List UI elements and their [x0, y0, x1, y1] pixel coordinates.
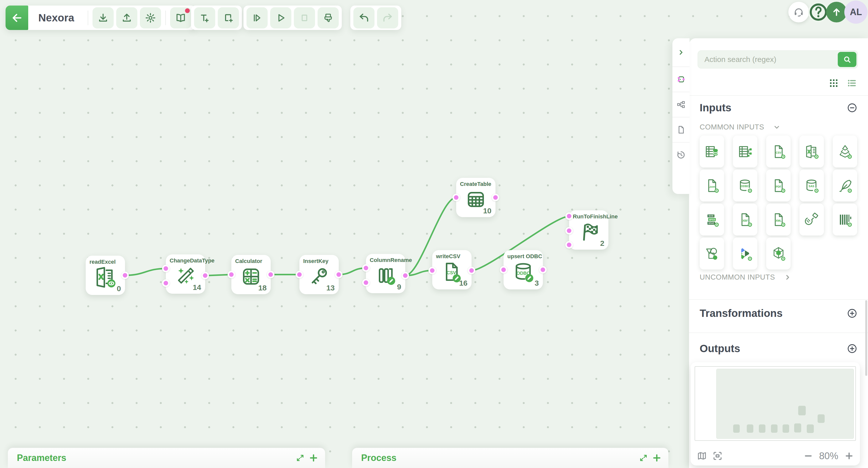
node-ColumnRename[interactable]: ColumnRename9 — [366, 254, 405, 293]
fit-to-screen-button[interactable] — [712, 450, 723, 461]
excel-file-icon — [804, 143, 820, 160]
download-button[interactable] — [93, 7, 114, 29]
minimap-node — [747, 425, 753, 433]
node-writeCSV[interactable]: writeCSVCSV16 — [432, 250, 471, 290]
add-frame-button[interactable] — [218, 7, 239, 29]
tab-structure[interactable] — [673, 92, 689, 117]
support-button[interactable] — [788, 2, 809, 23]
add-frame-icon — [223, 12, 234, 24]
input-table-database[interactable] — [700, 135, 724, 167]
zoom-out-button[interactable] — [804, 451, 813, 461]
minimap-node — [817, 414, 825, 423]
output-port[interactable] — [468, 267, 475, 274]
input-excel-file[interactable] — [800, 135, 824, 167]
input-port[interactable] — [565, 212, 573, 220]
add-process-button[interactable] — [652, 453, 662, 463]
barcode-input-icon — [837, 211, 854, 228]
expand-transformations-button[interactable] — [847, 308, 858, 319]
input-port[interactable] — [565, 227, 573, 234]
node-Calculator[interactable]: Calculator18 — [231, 255, 271, 294]
sidebar-collapse-button[interactable] — [673, 38, 689, 67]
input-media-play-input[interactable] — [733, 237, 757, 269]
settings-button[interactable] — [140, 7, 161, 29]
tab-documents[interactable] — [673, 117, 689, 142]
uncommon-inputs-label: UNCOMMON INPUTS — [700, 273, 775, 281]
node-RunToFinishLine[interactable]: RunToFinishLine2 — [569, 210, 609, 249]
node-readExcel[interactable]: readExcel0 — [86, 256, 125, 295]
collapse-inputs-button[interactable] — [847, 102, 858, 113]
output-port[interactable] — [402, 272, 409, 279]
transformations-section-title: Transformations — [700, 307, 782, 320]
help-button[interactable] — [808, 2, 829, 23]
node-InsertKey[interactable]: InsertKey13 — [300, 255, 339, 294]
upload-button[interactable] — [116, 7, 137, 29]
input-odbc-database[interactable]: ODBC — [733, 169, 757, 201]
run-button[interactable] — [270, 7, 291, 29]
publish-button[interactable] — [826, 2, 847, 23]
input-port[interactable] — [362, 264, 370, 272]
back-button[interactable] — [5, 5, 28, 30]
input-feather-input[interactable] — [833, 169, 857, 201]
input-layers-input[interactable] — [833, 135, 857, 167]
input-json-file[interactable]: .json — [700, 169, 724, 201]
sidebar-scrollbar[interactable] — [865, 300, 867, 376]
input-barcode-input[interactable] — [833, 203, 857, 235]
uncommon-inputs-header[interactable]: UNCOMMON INPUTS — [700, 273, 792, 281]
avatar[interactable]: AL — [844, 0, 868, 24]
step-run-button[interactable] — [247, 7, 268, 29]
input-xml-file[interactable]: XML — [766, 203, 790, 235]
output-port[interactable] — [492, 194, 499, 201]
input-stats-formats[interactable]: SASSPSSSTAT — [700, 203, 724, 235]
node-CreateTable[interactable]: CreateTable10 — [456, 178, 496, 217]
tab-actions[interactable] — [673, 67, 689, 92]
expand-panel-button[interactable] — [639, 454, 648, 462]
inputs-section-title: Inputs — [700, 102, 732, 114]
output-port[interactable] — [539, 266, 547, 273]
input-network-cable[interactable] — [800, 203, 824, 235]
action-search-input[interactable] — [698, 51, 858, 68]
input-port[interactable] — [162, 265, 169, 272]
process-panel[interactable]: Process — [352, 448, 669, 468]
input-port[interactable] — [162, 279, 169, 287]
node-number: 14 — [193, 283, 201, 292]
grid-view-toggle[interactable] — [829, 78, 839, 88]
input-xbf-file[interactable]: XBF — [733, 203, 757, 235]
input-port[interactable] — [565, 241, 573, 248]
input-sas-database[interactable]: SAS — [800, 169, 824, 201]
input-pdf-file[interactable]: PDF — [766, 169, 790, 201]
minimap-node — [771, 425, 777, 433]
table-database-icon — [704, 143, 720, 160]
output-port[interactable] — [335, 271, 342, 278]
input-port[interactable] — [227, 271, 235, 278]
expand-outputs-button[interactable] — [847, 343, 858, 354]
parameters-panel[interactable]: Parameters — [8, 448, 325, 468]
add-parameter-button[interactable] — [309, 453, 318, 463]
input-port[interactable] — [453, 194, 460, 201]
input-shapes-input[interactable] — [700, 237, 724, 269]
zoom-in-button[interactable] — [844, 451, 854, 461]
input-cube-3d-input[interactable] — [766, 237, 790, 269]
expand-panel-button[interactable] — [296, 454, 305, 462]
search-button[interactable] — [838, 52, 857, 67]
list-view-toggle[interactable] — [847, 78, 857, 88]
add-text-button[interactable] — [194, 7, 215, 29]
library-button[interactable] — [170, 7, 191, 29]
minimap-toggle-button[interactable] — [696, 450, 707, 461]
svg-text:STAT: STAT — [708, 222, 714, 225]
tab-history[interactable] — [673, 142, 689, 167]
input-csv-file[interactable]: CSV — [766, 135, 790, 167]
input-port[interactable] — [500, 266, 507, 273]
input-table-structure[interactable] — [733, 135, 757, 167]
node-upsertODBC[interactable]: upsert ODBCODBC3 — [503, 250, 543, 290]
output-port[interactable] — [121, 271, 129, 279]
node-ChangeDataType[interactable]: ChangeDataType14 — [166, 255, 205, 294]
common-inputs-header[interactable]: COMMON INPUTS — [700, 123, 781, 131]
output-port[interactable] — [267, 271, 275, 278]
minimap-viewport[interactable] — [716, 369, 854, 439]
input-port[interactable] — [362, 279, 370, 287]
inputs-grid: CSV.jsonODBCPDFSASSASSPSSSTATXBFXML — [700, 135, 857, 269]
format-brush-button[interactable] — [317, 7, 339, 29]
input-port[interactable] — [429, 267, 436, 274]
input-port[interactable] — [296, 271, 303, 278]
undo-button[interactable] — [353, 7, 374, 29]
